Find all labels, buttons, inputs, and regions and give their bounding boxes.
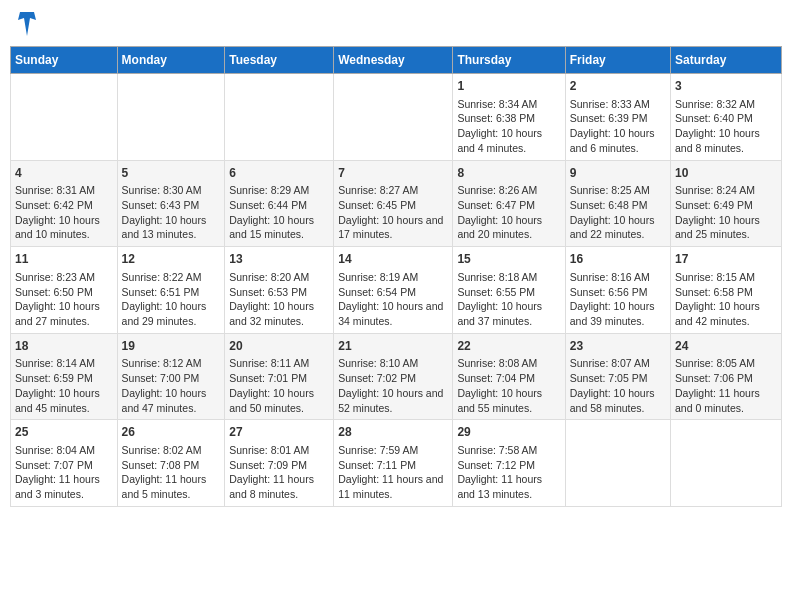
day-info: Sunrise: 8:25 AM Sunset: 6:48 PM Dayligh… (570, 183, 666, 242)
day-info: Sunrise: 8:20 AM Sunset: 6:53 PM Dayligh… (229, 270, 329, 329)
logo-icon (16, 10, 38, 38)
day-info: Sunrise: 8:05 AM Sunset: 7:06 PM Dayligh… (675, 356, 777, 415)
page-header (10, 10, 782, 38)
day-cell (225, 74, 334, 161)
day-number: 13 (229, 251, 329, 268)
day-cell: 12Sunrise: 8:22 AM Sunset: 6:51 PM Dayli… (117, 247, 225, 334)
day-cell: 24Sunrise: 8:05 AM Sunset: 7:06 PM Dayli… (671, 333, 782, 420)
day-number: 6 (229, 165, 329, 182)
day-cell: 22Sunrise: 8:08 AM Sunset: 7:04 PM Dayli… (453, 333, 565, 420)
day-number: 14 (338, 251, 448, 268)
day-info: Sunrise: 8:34 AM Sunset: 6:38 PM Dayligh… (457, 97, 560, 156)
day-cell: 19Sunrise: 8:12 AM Sunset: 7:00 PM Dayli… (117, 333, 225, 420)
col-header-sunday: Sunday (11, 47, 118, 74)
svg-marker-0 (18, 12, 36, 36)
col-header-saturday: Saturday (671, 47, 782, 74)
col-header-friday: Friday (565, 47, 670, 74)
calendar-table: SundayMondayTuesdayWednesdayThursdayFrid… (10, 46, 782, 507)
day-number: 12 (122, 251, 221, 268)
day-cell: 23Sunrise: 8:07 AM Sunset: 7:05 PM Dayli… (565, 333, 670, 420)
day-number: 20 (229, 338, 329, 355)
day-info: Sunrise: 7:59 AM Sunset: 7:11 PM Dayligh… (338, 443, 448, 502)
day-cell (334, 74, 453, 161)
day-cell: 4Sunrise: 8:31 AM Sunset: 6:42 PM Daylig… (11, 160, 118, 247)
day-cell (11, 74, 118, 161)
day-cell: 21Sunrise: 8:10 AM Sunset: 7:02 PM Dayli… (334, 333, 453, 420)
day-cell: 15Sunrise: 8:18 AM Sunset: 6:55 PM Dayli… (453, 247, 565, 334)
day-cell: 29Sunrise: 7:58 AM Sunset: 7:12 PM Dayli… (453, 420, 565, 507)
day-cell: 8Sunrise: 8:26 AM Sunset: 6:47 PM Daylig… (453, 160, 565, 247)
day-info: Sunrise: 8:15 AM Sunset: 6:58 PM Dayligh… (675, 270, 777, 329)
day-info: Sunrise: 8:26 AM Sunset: 6:47 PM Dayligh… (457, 183, 560, 242)
day-cell: 20Sunrise: 8:11 AM Sunset: 7:01 PM Dayli… (225, 333, 334, 420)
day-info: Sunrise: 8:23 AM Sunset: 6:50 PM Dayligh… (15, 270, 113, 329)
day-number: 8 (457, 165, 560, 182)
day-number: 10 (675, 165, 777, 182)
day-info: Sunrise: 8:33 AM Sunset: 6:39 PM Dayligh… (570, 97, 666, 156)
day-info: Sunrise: 8:18 AM Sunset: 6:55 PM Dayligh… (457, 270, 560, 329)
day-number: 1 (457, 78, 560, 95)
day-cell (565, 420, 670, 507)
day-number: 2 (570, 78, 666, 95)
day-cell: 7Sunrise: 8:27 AM Sunset: 6:45 PM Daylig… (334, 160, 453, 247)
day-info: Sunrise: 8:08 AM Sunset: 7:04 PM Dayligh… (457, 356, 560, 415)
calendar-body: 1Sunrise: 8:34 AM Sunset: 6:38 PM Daylig… (11, 74, 782, 507)
day-cell: 6Sunrise: 8:29 AM Sunset: 6:44 PM Daylig… (225, 160, 334, 247)
day-cell: 17Sunrise: 8:15 AM Sunset: 6:58 PM Dayli… (671, 247, 782, 334)
day-cell: 10Sunrise: 8:24 AM Sunset: 6:49 PM Dayli… (671, 160, 782, 247)
day-info: Sunrise: 8:07 AM Sunset: 7:05 PM Dayligh… (570, 356, 666, 415)
day-info: Sunrise: 8:02 AM Sunset: 7:08 PM Dayligh… (122, 443, 221, 502)
day-info: Sunrise: 8:04 AM Sunset: 7:07 PM Dayligh… (15, 443, 113, 502)
logo (14, 10, 38, 38)
week-row-2: 4Sunrise: 8:31 AM Sunset: 6:42 PM Daylig… (11, 160, 782, 247)
day-info: Sunrise: 8:31 AM Sunset: 6:42 PM Dayligh… (15, 183, 113, 242)
day-number: 27 (229, 424, 329, 441)
col-header-monday: Monday (117, 47, 225, 74)
day-number: 22 (457, 338, 560, 355)
day-cell: 27Sunrise: 8:01 AM Sunset: 7:09 PM Dayli… (225, 420, 334, 507)
day-cell: 14Sunrise: 8:19 AM Sunset: 6:54 PM Dayli… (334, 247, 453, 334)
day-cell: 11Sunrise: 8:23 AM Sunset: 6:50 PM Dayli… (11, 247, 118, 334)
day-number: 24 (675, 338, 777, 355)
day-info: Sunrise: 7:58 AM Sunset: 7:12 PM Dayligh… (457, 443, 560, 502)
day-cell: 3Sunrise: 8:32 AM Sunset: 6:40 PM Daylig… (671, 74, 782, 161)
day-cell: 28Sunrise: 7:59 AM Sunset: 7:11 PM Dayli… (334, 420, 453, 507)
day-number: 7 (338, 165, 448, 182)
day-cell: 2Sunrise: 8:33 AM Sunset: 6:39 PM Daylig… (565, 74, 670, 161)
day-number: 15 (457, 251, 560, 268)
day-info: Sunrise: 8:29 AM Sunset: 6:44 PM Dayligh… (229, 183, 329, 242)
day-info: Sunrise: 8:12 AM Sunset: 7:00 PM Dayligh… (122, 356, 221, 415)
day-number: 23 (570, 338, 666, 355)
day-number: 9 (570, 165, 666, 182)
week-row-3: 11Sunrise: 8:23 AM Sunset: 6:50 PM Dayli… (11, 247, 782, 334)
day-info: Sunrise: 8:24 AM Sunset: 6:49 PM Dayligh… (675, 183, 777, 242)
day-number: 29 (457, 424, 560, 441)
day-number: 18 (15, 338, 113, 355)
day-number: 3 (675, 78, 777, 95)
day-info: Sunrise: 8:19 AM Sunset: 6:54 PM Dayligh… (338, 270, 448, 329)
day-cell: 5Sunrise: 8:30 AM Sunset: 6:43 PM Daylig… (117, 160, 225, 247)
calendar-header: SundayMondayTuesdayWednesdayThursdayFrid… (11, 47, 782, 74)
day-number: 17 (675, 251, 777, 268)
day-info: Sunrise: 8:10 AM Sunset: 7:02 PM Dayligh… (338, 356, 448, 415)
week-row-1: 1Sunrise: 8:34 AM Sunset: 6:38 PM Daylig… (11, 74, 782, 161)
col-header-wednesday: Wednesday (334, 47, 453, 74)
day-number: 25 (15, 424, 113, 441)
day-info: Sunrise: 8:27 AM Sunset: 6:45 PM Dayligh… (338, 183, 448, 242)
day-info: Sunrise: 8:22 AM Sunset: 6:51 PM Dayligh… (122, 270, 221, 329)
day-cell: 13Sunrise: 8:20 AM Sunset: 6:53 PM Dayli… (225, 247, 334, 334)
week-row-5: 25Sunrise: 8:04 AM Sunset: 7:07 PM Dayli… (11, 420, 782, 507)
day-number: 21 (338, 338, 448, 355)
day-info: Sunrise: 8:14 AM Sunset: 6:59 PM Dayligh… (15, 356, 113, 415)
day-info: Sunrise: 8:32 AM Sunset: 6:40 PM Dayligh… (675, 97, 777, 156)
day-cell: 25Sunrise: 8:04 AM Sunset: 7:07 PM Dayli… (11, 420, 118, 507)
day-number: 4 (15, 165, 113, 182)
header-row: SundayMondayTuesdayWednesdayThursdayFrid… (11, 47, 782, 74)
day-info: Sunrise: 8:30 AM Sunset: 6:43 PM Dayligh… (122, 183, 221, 242)
day-number: 26 (122, 424, 221, 441)
day-cell: 1Sunrise: 8:34 AM Sunset: 6:38 PM Daylig… (453, 74, 565, 161)
day-cell: 16Sunrise: 8:16 AM Sunset: 6:56 PM Dayli… (565, 247, 670, 334)
day-info: Sunrise: 8:16 AM Sunset: 6:56 PM Dayligh… (570, 270, 666, 329)
day-number: 19 (122, 338, 221, 355)
day-cell: 9Sunrise: 8:25 AM Sunset: 6:48 PM Daylig… (565, 160, 670, 247)
